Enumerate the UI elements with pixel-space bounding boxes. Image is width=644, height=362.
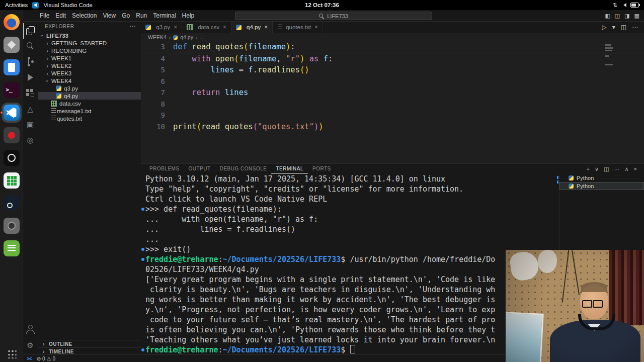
accounts-icon[interactable] [23,322,38,337]
command-decoration-icon[interactable] [141,248,144,251]
dock-item-notes[interactable] [4,240,20,256]
timeline-section[interactable]: › TIMELINE [38,347,141,355]
new-terminal-icon[interactable]: + [587,166,590,172]
settings-icon[interactable]: ⚙ [23,337,38,353]
explorer-item-data-csv[interactable]: data.csv [38,100,141,107]
split-terminal-icon[interactable]: ◫ [604,166,609,172]
explorer-item-quotes-txt[interactable]: quotes.txt [38,115,141,122]
explorer-item-week4[interactable]: ›WEEK4 [38,77,141,84]
search-icon[interactable] [23,39,38,54]
menu-run[interactable]: Run [133,12,150,19]
dock-item-firefox[interactable] [4,14,20,30]
panel-tab-problems[interactable]: PROBLEMS [145,164,184,174]
menu-terminal[interactable]: Terminal [150,12,179,19]
toggle-panel-icon[interactable]: ◫ [615,13,620,19]
toggle-secondary-sidebar-icon[interactable]: ◨ [624,13,629,19]
outline-section[interactable]: › OUTLINE [38,340,141,347]
close-tab-icon[interactable]: × [264,24,268,31]
explorer-item-q4-py[interactable]: q4.py [38,92,141,100]
menu-help[interactable]: Help [179,12,198,19]
remote-indicator[interactable]: >< [27,356,32,361]
testing-icon[interactable]: △ [23,101,38,117]
clock[interactable]: 12 Oct 07:36 [305,2,339,8]
explorer-icon[interactable] [23,23,38,39]
close-tab-icon[interactable]: × [174,24,177,31]
code-line: 3def read_quotes(filename): [141,41,644,53]
dock-item-vscode[interactable] [4,105,20,121]
panel-tab-debug-consol-e[interactable]: DEBUG CONSOL­E [215,164,272,174]
menu-go[interactable]: Go [119,12,133,19]
terminal-instance-python[interactable]: Python [559,182,644,190]
dock-item-camera[interactable] [4,218,20,234]
close-panel-icon[interactable]: × [634,166,637,172]
dock-item-software[interactable] [4,37,20,53]
panel-more-actions-icon[interactable]: ⋯ [614,166,620,172]
menu-view[interactable]: View [100,12,119,19]
tab-q4-py[interactable]: q4.py× [231,21,273,33]
panel-tab-ports[interactable]: PORTS [308,164,336,174]
line-number: 9 [141,110,173,121]
customize-layout-icon[interactable]: ▦ [634,13,639,19]
breadcrumb-[interactable]: ... [200,34,204,40]
remote-explorer-icon[interactable]: ▣ [23,117,38,132]
tab-quotes-txt[interactable]: quotes.txt× [273,21,323,33]
dock-item-terminal-app[interactable] [4,82,20,98]
dock-item-steam[interactable] [4,195,20,211]
dock-item-spreadsheet[interactable] [4,172,20,189]
explorer-more-icon[interactable]: ⋯ [130,23,136,30]
ports-view-icon[interactable]: ◎ [23,132,38,148]
code-line: 7 return lines [141,87,644,99]
chevron-right-icon: › [41,348,46,354]
line-number: 3 [141,41,173,53]
breadcrumb-q4-py[interactable]: q4.py [180,34,193,40]
panel-tab-terminal[interactable]: TERMINAL [271,164,308,174]
menu-selection[interactable]: Selection [69,12,100,19]
activities-button[interactable]: Activities [5,2,28,8]
explorer-item-life733[interactable]: ›LIFE733 [38,32,141,39]
terminal-profile-dropdown-icon[interactable]: ∨ [595,166,599,172]
chevron-right-icon: › [41,341,46,347]
explorer-item-week3[interactable]: ›WEEK3 [38,69,141,77]
toggle-primary-sidebar-icon[interactable]: ◧ [605,13,610,19]
code-text: return lines [173,87,248,99]
problems-status[interactable]: ⊘ 0 ⚠ 0 [37,356,55,361]
run-python-file-icon[interactable]: ▷ [602,24,606,31]
menu-edit[interactable]: Edit [52,12,69,19]
dock-item-recorder[interactable] [4,127,20,143]
explorer-item-q3-py[interactable]: q3.py [38,84,141,92]
split-editor-icon[interactable]: ◫ [621,24,626,31]
code-editor[interactable]: 3def read_quotes(filename):4 with open(f… [141,41,644,163]
command-decoration-icon[interactable] [141,348,144,351]
close-tab-icon[interactable]: × [314,24,318,31]
warnings-count: 0 [53,356,56,361]
topbar-left: Activities Visual Studio Code [0,2,93,9]
show-applications-button[interactable] [7,349,16,358]
run-dropdown-icon[interactable]: ▾ [612,24,615,31]
explorer-item-getting-started[interactable]: ›GETTING_STARTED [38,39,141,47]
maximize-panel-icon[interactable]: ∧ [625,166,629,172]
run-debug-icon[interactable] [23,70,38,85]
explorer-item-week1[interactable]: ›WEEK1 [38,54,141,62]
source-control-icon[interactable] [23,54,38,70]
command-center-search[interactable]: LIFE733 [235,12,432,20]
tab-q3-py[interactable]: q3.py× [141,21,182,33]
explorer-item-week2[interactable]: ›WEEK2 [38,62,141,69]
tab-data-csv[interactable]: data.csv× [182,21,231,33]
editor-more-actions-icon[interactable]: ⋯ [632,24,638,31]
command-decoration-icon[interactable] [141,208,144,211]
explorer-item-recording[interactable]: ›RECORDING [38,47,141,54]
terminal-instance-python[interactable]: Python [559,174,644,182]
menu-file[interactable]: File [37,12,52,19]
dock-item-chatgpt[interactable] [4,150,20,166]
minimap[interactable] [605,44,614,67]
explorer-item-message1-txt[interactable]: message1.txt [38,107,141,115]
code-text: print(read_quotes("quotes.txt")) [173,121,324,133]
extensions-icon[interactable] [23,85,38,101]
terminal[interactable]: Python 3.10.12 (main, Jan 17 2025, 14:35… [141,174,559,355]
close-tab-icon[interactable]: × [223,24,226,31]
breadcrumb-week4[interactable]: WEEK4 [148,34,167,40]
command-decoration-icon[interactable] [141,258,144,261]
panel-tab-output[interactable]: OUTPUT [184,164,215,174]
dock-item-files[interactable] [4,59,20,75]
system-indicators[interactable]: ⇅ [613,3,639,8]
